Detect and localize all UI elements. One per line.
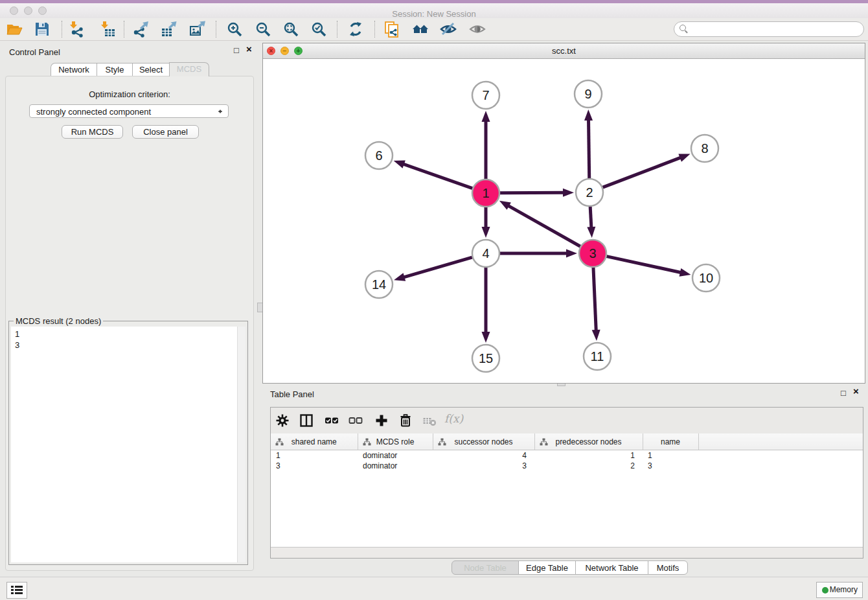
node-label: 4 <box>482 246 489 260</box>
main-toolbar <box>0 18 868 41</box>
edge-arrowhead <box>680 268 691 277</box>
tab-select[interactable]: Select <box>132 63 170 76</box>
graph-node[interactable]: 7 <box>472 82 499 109</box>
zoom-fit-icon[interactable] <box>282 21 299 38</box>
network-graph[interactable]: 1234678910111415 <box>263 58 865 383</box>
deselect-all-icon[interactable] <box>348 413 363 428</box>
close-panel-button[interactable]: Close panel <box>132 125 199 139</box>
graph-node[interactable]: 1 <box>472 179 499 207</box>
result-scrollbar[interactable] <box>237 327 246 562</box>
table-cell[interactable]: 1 <box>271 450 358 461</box>
graph-node[interactable]: 4 <box>472 240 499 267</box>
tab-network-table[interactable]: Network Table <box>575 560 648 575</box>
table-row[interactable]: 1dominator411 <box>271 450 863 461</box>
edge-arrowhead <box>584 110 593 121</box>
zoom-in-icon[interactable] <box>226 21 243 38</box>
graph-edge[interactable] <box>482 111 490 179</box>
function-builder-icon: f(x) <box>444 412 463 425</box>
delete-table-icon <box>422 413 437 428</box>
graph-node[interactable]: 6 <box>365 142 393 169</box>
graph-node[interactable]: 14 <box>365 271 393 298</box>
graph-edge[interactable] <box>603 154 691 188</box>
table-row[interactable]: 3dominator323 <box>271 461 863 471</box>
graph-node[interactable]: 15 <box>472 345 499 372</box>
graph-edge[interactable] <box>592 268 600 341</box>
birds-eye-icon[interactable] <box>469 21 486 38</box>
table-toolbar: f(x) <box>271 408 863 433</box>
import-network-icon[interactable] <box>68 21 85 38</box>
app-title: Session: New Session <box>0 9 868 19</box>
export-table-icon[interactable] <box>161 21 177 38</box>
criterion-value: strongly connected component <box>36 107 151 117</box>
table-cell[interactable]: dominator <box>358 461 433 471</box>
add-column-icon[interactable] <box>374 413 389 428</box>
open-file-icon[interactable] <box>6 21 23 38</box>
graph-edge[interactable] <box>482 207 490 238</box>
table-cell[interactable]: 1 <box>534 450 643 461</box>
column-header-mcds-role[interactable]: MCDS role <box>358 433 433 450</box>
tab-style[interactable]: Style <box>97 63 133 76</box>
graph-node[interactable]: 2 <box>576 179 603 206</box>
graph-edge[interactable] <box>500 249 577 258</box>
zoom-out-icon[interactable] <box>255 21 271 38</box>
close-panel-icon[interactable]: × <box>246 45 252 54</box>
table-cell[interactable]: 1 <box>643 450 698 461</box>
tab-edge-table[interactable]: Edge Table <box>518 560 576 575</box>
graph-node[interactable]: 8 <box>691 135 718 162</box>
zoom-selected-icon[interactable] <box>310 21 327 38</box>
search-input[interactable] <box>689 23 860 36</box>
home-layout-icon[interactable] <box>412 21 429 38</box>
table-cell[interactable]: dominator <box>358 450 433 461</box>
column-header-predecessor-nodes[interactable]: predecessor nodes <box>534 433 643 450</box>
network-window-titlebar[interactable]: × − + scc.txt <box>263 43 865 59</box>
table-cell[interactable]: 3 <box>433 461 534 471</box>
table-horizontal-scrollbar[interactable] <box>271 547 863 558</box>
import-table-icon[interactable] <box>99 21 116 38</box>
graph-edge[interactable] <box>482 268 490 343</box>
split-panel-icon[interactable] <box>299 413 314 428</box>
select-all-icon[interactable] <box>325 413 339 428</box>
node-label: 3 <box>589 246 596 260</box>
table-cell[interactable]: 3 <box>271 461 358 471</box>
table-cell[interactable]: 3 <box>643 461 698 471</box>
float-table-panel-icon[interactable]: □ <box>841 389 846 398</box>
tab-network[interactable]: Network <box>51 63 97 76</box>
run-mcds-button[interactable]: Run MCDS <box>62 125 123 139</box>
graph-edge[interactable] <box>499 201 580 246</box>
duplicate-network-icon[interactable] <box>383 21 400 38</box>
table-tab-bar: Node Table Edge Table Network Table Moti… <box>451 560 688 575</box>
tab-node-table[interactable]: Node Table <box>451 560 519 575</box>
table-cell[interactable]: 4 <box>433 450 534 461</box>
refresh-icon[interactable] <box>347 21 364 38</box>
close-table-panel-icon[interactable]: × <box>853 387 859 396</box>
tab-mcds[interactable]: MCDS <box>169 62 209 76</box>
float-panel-icon[interactable]: □ <box>234 46 239 55</box>
graph-node[interactable]: 3 <box>579 240 606 267</box>
graph-node[interactable]: 10 <box>692 264 720 292</box>
column-header-successor-nodes[interactable]: successor nodes <box>433 433 534 450</box>
column-header-shared-name[interactable]: shared name <box>271 433 358 450</box>
memory-button[interactable]: Memory <box>816 582 863 598</box>
graph-edge[interactable] <box>500 189 574 197</box>
export-image-icon[interactable] <box>189 21 206 38</box>
task-history-button[interactable] <box>6 582 27 599</box>
criterion-select[interactable]: strongly connected component <box>29 104 229 118</box>
graph-edge[interactable] <box>606 257 691 277</box>
export-network-icon[interactable] <box>133 21 150 38</box>
column-label: name <box>661 437 680 446</box>
graph-node[interactable]: 9 <box>575 80 602 108</box>
graph-node[interactable]: 11 <box>584 343 611 370</box>
graph-edge[interactable] <box>394 160 473 188</box>
mcds-result-text[interactable]: 1 3 <box>11 327 246 562</box>
graph-edge[interactable] <box>584 110 593 178</box>
graphics-details-icon[interactable] <box>440 21 457 38</box>
tab-motifs[interactable]: Motifs <box>648 560 688 575</box>
delete-column-icon[interactable] <box>398 413 413 428</box>
graph-edge[interactable] <box>394 257 472 281</box>
table-cell[interactable]: 2 <box>534 461 643 471</box>
mcds-result-title: MCDS result (2 nodes) <box>14 316 103 326</box>
column-header-name[interactable]: name <box>643 433 698 450</box>
settings-gear-icon[interactable] <box>275 413 290 428</box>
graph-edge[interactable] <box>587 207 595 238</box>
save-session-icon[interactable] <box>34 21 51 38</box>
